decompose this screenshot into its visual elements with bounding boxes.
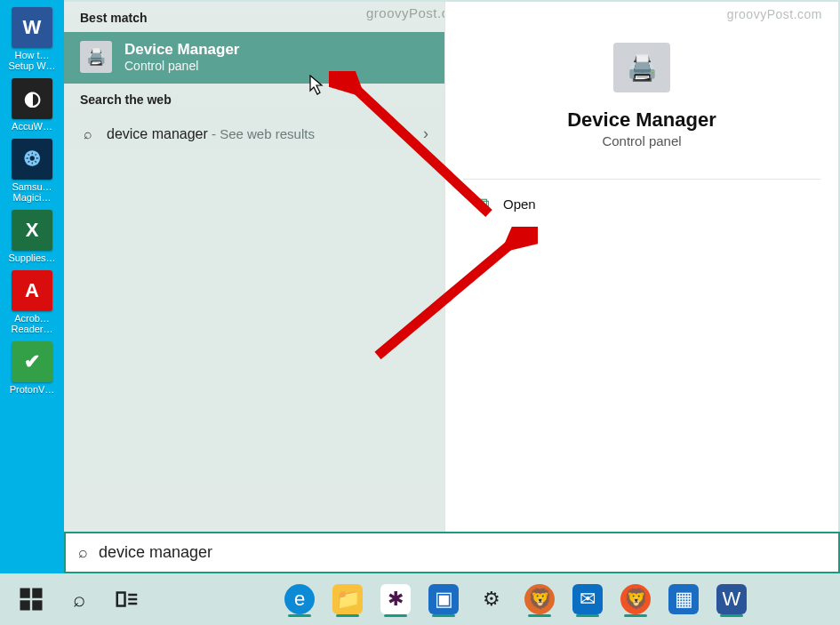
desktop-icon-label: ProtonV…	[5, 384, 59, 395]
svg-rect-2	[20, 600, 30, 610]
taskbar-app-settings[interactable]: ⚙	[468, 579, 516, 620]
start-button[interactable]	[7, 579, 55, 620]
brave-icon: 🦁	[620, 584, 651, 614]
desktop-icon-samsung-magician[interactable]: ❂ Samsu…Magici…	[5, 139, 59, 203]
watermark: groovyPost.com	[366, 5, 428, 20]
desktop-icon-accuweather[interactable]: ◐ AccuW…	[5, 78, 59, 132]
preview-header: 🖨️ Device Manager Control panel	[445, 2, 838, 148]
open-icon: ⧉	[479, 196, 489, 212]
web-result-row[interactable]: ⌕ device manager - See web results ›	[64, 114, 444, 154]
accuweather-icon: ◐	[12, 78, 52, 119]
open-label: Open	[503, 196, 536, 212]
taskbar-app-calendar[interactable]: ▦	[660, 579, 708, 620]
desktop-icon-acrobat-reader[interactable]: A Acrob…Reader…	[5, 270, 59, 334]
search-icon: ⌕	[78, 543, 88, 562]
taskbar-app-ms-store[interactable]: ▣	[420, 579, 468, 620]
desktop-icon-word-doc[interactable]: W How t…Setup W…	[5, 7, 59, 71]
desktop-icon-label: Samsu…Magici…	[5, 181, 59, 203]
desktop-icon-protonvpn[interactable]: ✔ ProtonV…	[5, 341, 59, 395]
result-preview-column: groovyPost.com 🖨️ Device Manager Control…	[444, 2, 838, 532]
ms-store-icon: ▣	[428, 584, 459, 614]
acrobat-icon: A	[12, 270, 52, 311]
svg-rect-1	[32, 589, 42, 598]
protonvpn-icon: ✔	[12, 341, 52, 382]
windows-icon	[18, 586, 44, 613]
task-view-icon	[114, 586, 140, 613]
taskbar-app-word[interactable]: W	[708, 579, 756, 620]
slack-icon: ✱	[380, 584, 411, 614]
excel-icon: X	[12, 210, 52, 251]
desktop-icon-label: Acrob…Reader…	[5, 313, 59, 334]
svg-rect-3	[32, 600, 42, 610]
result-subtitle: Control panel	[124, 59, 239, 73]
web-suffix: - See web results	[208, 126, 315, 141]
explorer-icon: 📁	[332, 584, 363, 614]
device-manager-icon: 🖨️	[80, 41, 112, 73]
best-match-result[interactable]: 🖨️ Device Manager Control panel	[64, 32, 444, 84]
calendar-icon: ▦	[668, 584, 699, 614]
samsung-icon: ❂	[12, 139, 52, 180]
taskbar-app-explorer[interactable]: 📁	[324, 579, 372, 620]
brave-beta-icon: 🦁	[524, 584, 555, 614]
result-title: Device Manager	[124, 41, 239, 59]
search-web-header: Search the web	[64, 84, 444, 114]
taskbar-app-edge[interactable]: e	[276, 579, 324, 620]
start-search-box[interactable]: ⌕	[64, 532, 840, 573]
taskbar-app-brave[interactable]: 🦁	[612, 579, 660, 620]
svg-rect-4	[117, 593, 125, 606]
task-view-button[interactable]	[103, 579, 151, 620]
desktop-icon-label: AccuW…	[5, 121, 59, 132]
taskbar-app-brave-beta[interactable]: 🦁	[516, 579, 564, 620]
chevron-right-icon: ›	[423, 124, 428, 143]
search-icon: ⌕	[80, 126, 96, 142]
search-results-column: groovyPost.com Best match 🖨️ Device Mana…	[64, 2, 444, 532]
word-icon: W	[716, 584, 747, 614]
desktop-icon-excel-supplies[interactable]: X Supplies…	[5, 210, 59, 263]
taskbar: ⌕ e📁✱▣⚙🦁✉🦁▦W	[0, 573, 840, 625]
mail-icon: ✉	[572, 584, 603, 614]
preview-subtitle: Control panel	[445, 133, 838, 148]
taskbar-app-slack[interactable]: ✱	[372, 579, 420, 620]
device-manager-large-icon: 🖨️	[613, 43, 670, 92]
web-query: device manager	[107, 126, 208, 141]
search-icon: ⌕	[66, 586, 92, 613]
settings-icon: ⚙	[476, 584, 507, 614]
watermark: groovyPost.com	[727, 7, 822, 21]
start-search-panel: groovyPost.com Best match 🖨️ Device Mana…	[64, 0, 840, 532]
taskbar-search-button[interactable]: ⌕	[55, 579, 103, 620]
svg-rect-0	[20, 589, 30, 598]
desktop-icon-label: Supplies…	[5, 252, 59, 263]
search-input[interactable]	[99, 543, 826, 562]
desktop-background: W How t…Setup W… ◐ AccuW… ❂ Samsu…Magici…	[0, 0, 64, 573]
edge-icon: e	[284, 584, 315, 614]
word-icon: W	[12, 7, 52, 48]
desktop-icon-label: How t…Setup W…	[5, 50, 59, 71]
open-action[interactable]: ⧉ Open	[445, 180, 838, 224]
taskbar-app-mail[interactable]: ✉	[564, 579, 612, 620]
preview-title: Device Manager	[445, 108, 838, 132]
